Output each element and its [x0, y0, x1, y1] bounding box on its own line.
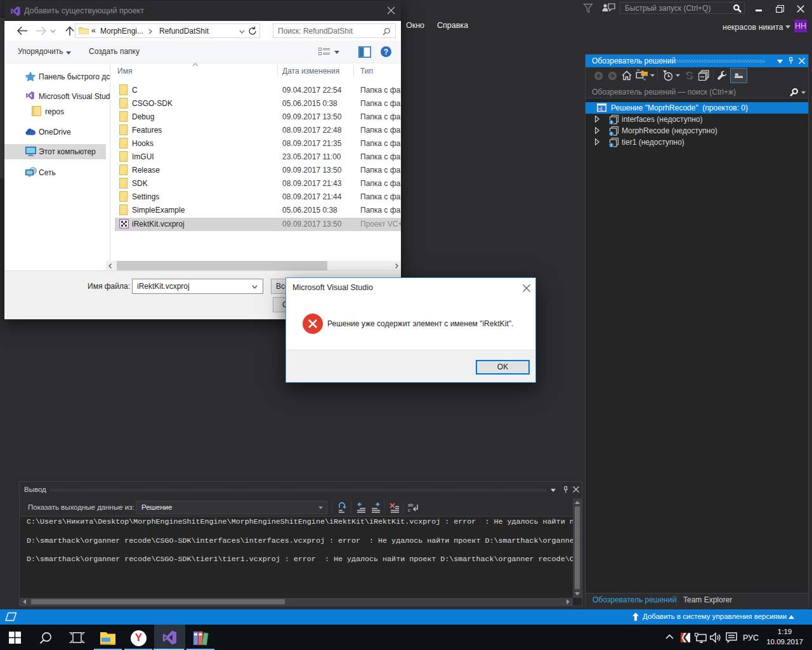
svg-text:c: c — [408, 507, 410, 513]
